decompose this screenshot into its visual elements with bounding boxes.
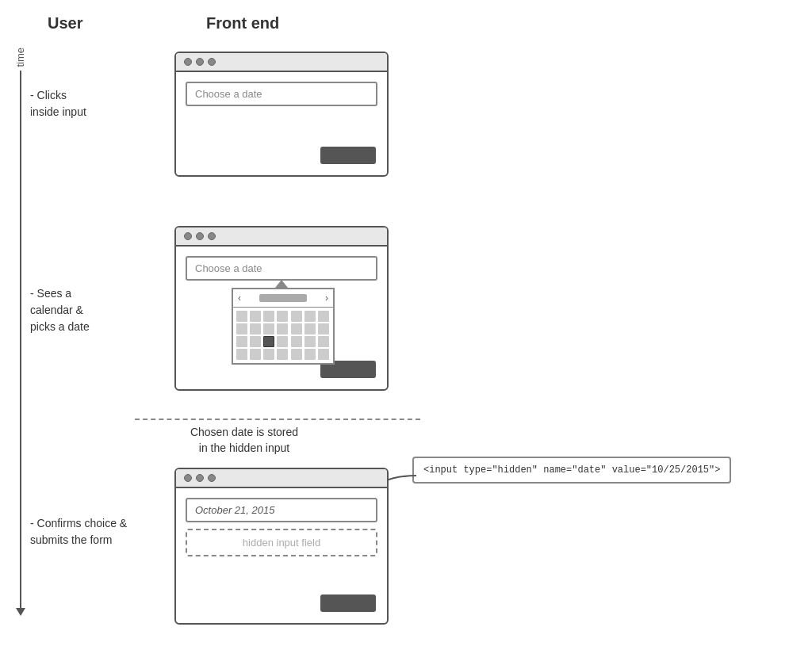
cal-cell[interactable] [291,323,302,334]
browser-window-step1: Choose a date [174,52,389,177]
cal-cell[interactable] [304,323,316,334]
cal-cell[interactable] [277,311,288,322]
date-input-step1: Choose a date [186,82,377,106]
cal-cell[interactable] [236,323,247,334]
cal-cell[interactable] [318,349,329,360]
calendar-grid [233,308,333,363]
cal-cell[interactable] [250,349,261,360]
cal-cell[interactable] [291,349,302,360]
calendar-prev[interactable]: ‹ [238,292,241,304]
cal-cell[interactable] [304,311,316,322]
calendar-widget: ‹ › [232,288,335,365]
cal-cell[interactable] [250,311,261,322]
browser-dot-3 [208,58,216,66]
cal-cell[interactable] [304,336,316,347]
cal-cell[interactable] [263,349,274,360]
browser-dot-6 [208,232,216,240]
user-note-step1: - Clicksinside input [30,87,133,120]
browser-titlebar-step2 [176,227,387,247]
column-header-frontend: Front end [206,14,279,32]
browser-window-step3: October 21, 2015 hidden input field [174,468,389,625]
browser-body-step2: Choose a date ‹ › [176,247,387,389]
browser-dot-7 [184,474,192,482]
cal-cell[interactable] [277,336,288,347]
calendar-next[interactable]: › [325,292,328,304]
time-arrow-line [20,71,21,610]
user-note-step2: - Sees acalendar &picks a date [30,285,133,335]
time-axis: time [14,48,26,610]
cal-cell[interactable] [236,311,247,322]
browser-body-step3: October 21, 2015 hidden input field [176,488,387,623]
browser-dot-8 [196,474,204,482]
browser-dot-5 [196,232,204,240]
diagram-container: User Front end time - Clicksinside input… [0,0,812,669]
cal-cell[interactable] [263,311,274,322]
browser-dot-2 [196,58,204,66]
user-note-step3: - Confirms choice &submits the form [30,515,153,549]
cal-cell[interactable] [304,349,316,360]
cal-cell[interactable] [236,336,247,347]
browser-body-step1: Choose a date [176,72,387,175]
cal-cell[interactable] [277,323,288,334]
cal-cell[interactable] [291,311,302,322]
date-input-confirmed: October 21, 2015 [186,498,377,522]
browser-titlebar-step1 [176,53,387,72]
cal-cell[interactable] [318,336,329,347]
cal-cell[interactable] [250,323,261,334]
cal-cell[interactable] [250,336,261,347]
cal-cell[interactable] [318,311,329,322]
browser-dot-9 [208,474,216,482]
hidden-input-field: hidden input field [186,529,377,556]
code-snippet-box: <input type="hidden" name="date" value="… [412,457,731,484]
cal-cell[interactable] [263,323,274,334]
time-label: time [14,48,26,67]
calendar-header: ‹ › [233,289,333,308]
cal-cell[interactable] [236,349,247,360]
date-input-step2: Choose a date [186,256,377,281]
submit-button-step3 [320,594,376,612]
calendar-month-title [259,294,307,302]
calendar-pointer [275,280,288,288]
cal-cell[interactable] [291,336,302,347]
submit-button-step1 [320,147,376,164]
cal-cell-selected[interactable] [263,336,274,347]
dashed-divider [135,419,420,420]
column-header-user: User [48,14,82,32]
cal-cell[interactable] [318,323,329,334]
browser-titlebar-step3 [176,469,387,488]
browser-window-step2: Choose a date ‹ › [174,226,389,391]
browser-dot-1 [184,58,192,66]
cal-cell[interactable] [277,349,288,360]
browser-dot-4 [184,232,192,240]
stored-date-label: Chosen date is stored in the hidden inpu… [173,425,316,456]
